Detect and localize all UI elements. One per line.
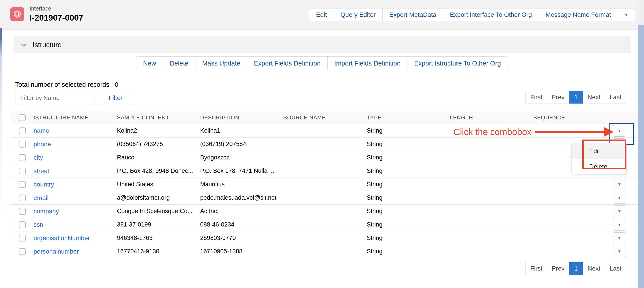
- header-action-export-metadata[interactable]: Export MetaData: [382, 8, 443, 21]
- row-checkbox-cell: [10, 221, 34, 228]
- row-checkbox[interactable]: [19, 248, 26, 255]
- row-checkbox-cell: [10, 168, 34, 174]
- header-action-edit[interactable]: Edit: [309, 8, 334, 21]
- row-action-cell: ▼: [600, 179, 638, 190]
- globe-icon: [10, 7, 24, 21]
- chevron-down-icon: ▼: [618, 209, 622, 214]
- filter-button[interactable]: Filter: [102, 91, 129, 105]
- istructure-name-link[interactable]: ssn: [34, 221, 117, 228]
- row-checkbox[interactable]: [19, 194, 26, 201]
- description-cell: Bydgoszcz: [200, 154, 283, 161]
- toolbar-delete-button[interactable]: Delete: [163, 56, 196, 70]
- sample-content-cell: Rauco: [117, 154, 200, 161]
- chevron-down-icon: ▼: [618, 249, 622, 254]
- page-next-button[interactable]: Next: [583, 262, 605, 275]
- section-title: Istructure: [33, 41, 62, 49]
- row-checkbox[interactable]: [19, 168, 26, 174]
- type-cell: String: [367, 248, 450, 255]
- toolbar-import-fields-definition-button[interactable]: Import Fields Definition: [327, 56, 408, 70]
- sample-content-cell: 946348-1763: [117, 234, 200, 242]
- annotation-arrow-head-icon: [604, 127, 614, 137]
- row-checkbox[interactable]: [19, 128, 26, 134]
- page-first-button[interactable]: First: [526, 91, 547, 104]
- row-actions-combobox[interactable]: ▼: [613, 246, 626, 257]
- istructure-name-link[interactable]: street: [34, 168, 117, 175]
- sample-content-cell: P.O. Box 428, 9948 Donec...: [117, 168, 200, 174]
- page-next-button[interactable]: Next: [583, 91, 605, 104]
- app-window: Interface I-201907-0007 EditQuery Editor…: [0, 0, 644, 288]
- type-cell: String: [367, 141, 450, 148]
- row-checkbox[interactable]: [19, 154, 26, 161]
- page-prev-button[interactable]: Prev: [547, 262, 569, 275]
- row-checkbox[interactable]: [19, 235, 26, 242]
- sample-content-cell: Congue In Scelerisque Co...: [117, 208, 200, 215]
- toolbar-mass-update-button[interactable]: Mass Update: [195, 56, 247, 70]
- istructure-name-link[interactable]: name: [34, 127, 117, 134]
- row-checkbox[interactable]: [19, 141, 26, 148]
- annotation-arrow: [535, 131, 605, 133]
- istructure-name-link[interactable]: phone: [34, 141, 117, 148]
- page-first-button[interactable]: First: [526, 262, 547, 275]
- istructure-table: ISTRUCTURE NAMESAMPLE CONTENTDESCRIPTION…: [10, 111, 638, 258]
- toolbar-new-button[interactable]: New: [136, 56, 163, 70]
- istructure-name-link[interactable]: company: [34, 208, 117, 215]
- selected-records-count: Total number of selected records : 0: [15, 81, 118, 88]
- istructure-name-link[interactable]: organisationNumber: [34, 234, 117, 242]
- page-prev-button[interactable]: Prev: [547, 91, 569, 104]
- row-action-cell: ▼: [600, 206, 638, 217]
- toolbar-export-fields-definition-button[interactable]: Export Fields Definition: [247, 56, 328, 70]
- record-header: Interface I-201907-0007 EditQuery Editor…: [0, 0, 644, 30]
- row-checkbox[interactable]: [19, 221, 26, 228]
- column-header-description: DESCRIPTION: [200, 114, 283, 121]
- table-row: phone(035064) 743275(036719) 207554Strin…: [10, 138, 638, 151]
- header-action-message-name-format[interactable]: Message Name Format: [539, 8, 618, 21]
- record-type-label: Interface: [30, 5, 84, 12]
- column-header-length: LENGTH: [450, 114, 533, 121]
- table-row: ssn381-37-0199088-46-0234String▼: [10, 218, 638, 232]
- scrollbar-track[interactable]: [638, 0, 644, 24]
- istructure-name-link[interactable]: city: [34, 154, 117, 161]
- row-actions-combobox[interactable]: ▼: [613, 206, 626, 217]
- type-cell: String: [367, 154, 450, 161]
- description-cell: (036719) 207554: [200, 141, 283, 148]
- description-cell: 088-46-0234: [200, 221, 283, 228]
- chevron-down-icon: [20, 43, 27, 47]
- toolbar-export-istructure-to-other-org-button[interactable]: Export Istructure To Other Org: [407, 56, 508, 70]
- sample-content-cell: United States: [117, 181, 200, 188]
- istructure-name-link[interactable]: email: [34, 194, 117, 202]
- row-checkbox[interactable]: [19, 181, 26, 188]
- header-action-query-editor[interactable]: Query Editor: [334, 8, 382, 21]
- row-actions-combobox[interactable]: ▼: [613, 192, 626, 204]
- table-row: organisationNumber946348-1763259803-9770…: [10, 232, 638, 245]
- header-checkbox-cell: [10, 114, 34, 121]
- row-checkbox[interactable]: [19, 208, 26, 215]
- record-name: I-201907-0007: [30, 13, 84, 22]
- background-right-strip: [638, 24, 644, 288]
- description-cell: 16710905-1388: [200, 248, 283, 255]
- header-action-export-interface-to-other-org[interactable]: Export Interface To Other Org: [443, 8, 539, 21]
- row-actions-combobox[interactable]: ▼: [613, 219, 626, 230]
- header-more-actions-button chevron-down-icon[interactable]: ▼: [618, 8, 635, 21]
- row-action-cell: ▼: [600, 232, 638, 244]
- row-checkbox-cell: [10, 248, 34, 255]
- row-checkbox-cell: [10, 235, 34, 242]
- row-actions-combobox[interactable]: ▼: [613, 232, 626, 244]
- istructure-section-header[interactable]: Istructure: [14, 36, 631, 54]
- row-checkbox-cell: [10, 181, 34, 188]
- annotation-label: Click the combobox: [454, 127, 532, 137]
- row-actions-combobox[interactable]: ▼: [613, 179, 626, 190]
- select-all-checkbox[interactable]: [19, 114, 26, 121]
- page-1-button[interactable]: 1: [569, 91, 583, 104]
- annotation-highlight-box: [582, 140, 626, 169]
- page-last-button[interactable]: Last: [605, 262, 626, 275]
- page-1-button[interactable]: 1: [569, 262, 583, 275]
- type-cell: String: [367, 234, 450, 242]
- pagination-bottom: FirstPrev1NextLast: [526, 262, 626, 275]
- filter-by-name-input[interactable]: [15, 91, 95, 105]
- istructure-name-link[interactable]: personalnumber: [34, 248, 117, 255]
- chevron-down-icon: ▼: [618, 196, 622, 200]
- page-last-button[interactable]: Last: [605, 91, 626, 104]
- istructure-name-link[interactable]: country: [34, 181, 117, 188]
- istructure-toolbar: NewDeleteMass UpdateExport Fields Defini…: [0, 56, 644, 70]
- column-header-sample-content: SAMPLE CONTENT: [117, 114, 200, 121]
